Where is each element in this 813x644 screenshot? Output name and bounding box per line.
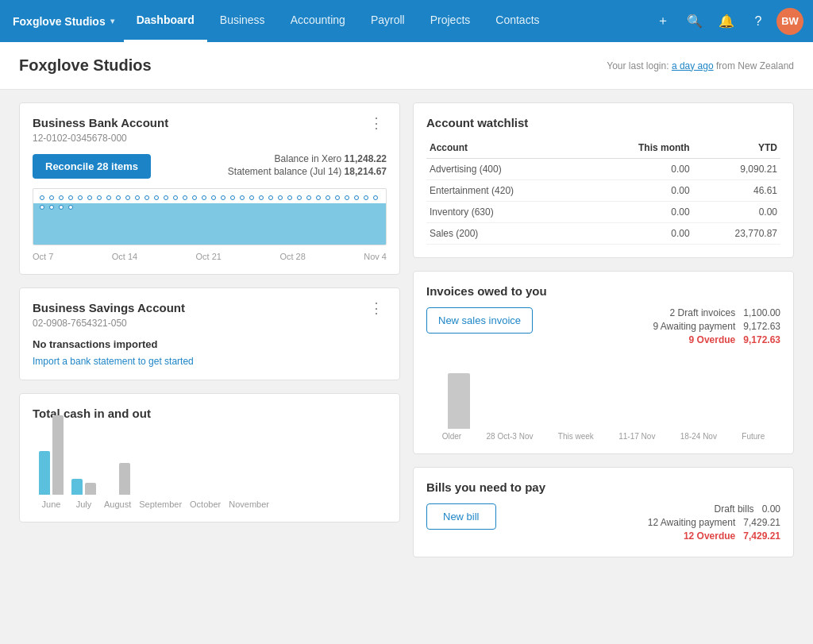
nav-item-projects[interactable]: Projects xyxy=(418,0,484,42)
bar-in-july xyxy=(71,479,83,495)
search-button[interactable]: 🔍 xyxy=(681,8,708,35)
chart-label-1: Oct 14 xyxy=(112,252,137,261)
cash-month-september: September xyxy=(139,495,182,509)
page-title: Foxglove Studios xyxy=(19,56,152,75)
bar-out-june xyxy=(52,415,64,495)
bank-chart xyxy=(33,188,387,245)
watchlist-cell-ytd: 46.61 xyxy=(693,180,780,202)
watchlist-title: Account watchlist xyxy=(426,116,780,129)
last-login-label: Your last login: xyxy=(607,60,669,71)
brand-chevron-icon: ▾ xyxy=(110,17,114,25)
nav-items: Dashboard Business Accounting Payroll Pr… xyxy=(124,0,649,42)
balance-label-text: Balance in Xero xyxy=(275,153,342,164)
bill-awaiting: 12 Awaiting payment 7,429.21 xyxy=(509,517,780,528)
nav-item-dashboard[interactable]: Dashboard xyxy=(124,0,207,42)
statement-value: 18,214.67 xyxy=(345,166,387,177)
cash-label-october: October xyxy=(190,499,221,509)
invoice-chart xyxy=(426,357,780,429)
reconcile-button[interactable]: Reconcile 28 items xyxy=(33,154,151,179)
watchlist-cell-this-month: 0.00 xyxy=(589,180,693,202)
chart-label-3: Oct 28 xyxy=(279,252,305,261)
watchlist-card: Account watchlist Account This month YTD… xyxy=(413,102,794,258)
bills-title: Bills you need to pay xyxy=(426,480,780,494)
bank-account-title: Business Bank Account xyxy=(33,116,168,129)
bank-account-card: Business Bank Account 12-0102-0345678-00… xyxy=(19,102,400,275)
inv-bar-0 xyxy=(448,373,470,429)
avatar-button[interactable]: BW xyxy=(776,8,803,35)
nav-item-accounting[interactable]: Accounting xyxy=(278,0,358,42)
bar-out-august xyxy=(119,463,130,495)
bill-draft: Draft bills 0.00 xyxy=(509,503,780,515)
watchlist-cell-account: Inventory (630) xyxy=(426,202,589,223)
last-login-time[interactable]: a day ago xyxy=(672,60,714,71)
inv-label-3: 11-17 Nov xyxy=(618,432,655,441)
bank-account-more-button[interactable]: ⋮ xyxy=(366,116,387,130)
bank-account-header: Business Bank Account 12-0102-0345678-00… xyxy=(33,116,387,153)
invoice-overdue: 9 Overdue 9,172.63 xyxy=(545,334,780,345)
nav-item-contacts[interactable]: Contacts xyxy=(483,0,552,42)
balance-value: 11,248.22 xyxy=(345,153,387,164)
right-column: Account watchlist Account This month YTD… xyxy=(413,102,794,557)
savings-account-header: Business Savings Account 02-0908-7654321… xyxy=(33,301,387,338)
watchlist-col-this-month: This month xyxy=(589,137,693,159)
watchlist-cell-account: Sales (200) xyxy=(426,223,589,245)
balance-info: Balance in Xero 11,248.22 Statement bala… xyxy=(228,153,387,179)
watchlist-cell-this-month: 0.00 xyxy=(589,223,693,245)
cash-label-september: September xyxy=(139,499,182,509)
help-button[interactable]: ? xyxy=(745,8,772,35)
watchlist-cell-this-month: 0.00 xyxy=(589,202,693,223)
bill-overdue: 12 Overdue 7,429.21 xyxy=(509,530,780,542)
new-bill-button[interactable]: New bill xyxy=(426,503,496,530)
main-content: Business Bank Account 12-0102-0345678-00… xyxy=(0,90,813,570)
brand-name: Foxglove Studios xyxy=(13,15,106,28)
bills-row: New bill Draft bills 0.00 12 Awaiting pa… xyxy=(426,503,780,544)
chart-dot xyxy=(40,195,44,200)
chart-x-labels: Oct 7 Oct 14 Oct 21 Oct 28 Nov 4 xyxy=(33,252,387,261)
add-button[interactable]: ＋ xyxy=(649,8,676,35)
cash-month-august: August xyxy=(104,463,131,509)
inv-label-4: 18-24 Nov xyxy=(680,432,717,441)
cash-label-june: June xyxy=(42,499,61,509)
last-login-location: from New Zealand xyxy=(716,60,794,71)
watchlist-cell-ytd: 9,090.21 xyxy=(693,159,780,180)
watchlist-header-row: Account This month YTD xyxy=(426,137,780,159)
brand-logo[interactable]: Foxglove Studios ▾ xyxy=(10,15,124,28)
savings-account-card: Business Savings Account 02-0908-7654321… xyxy=(19,287,400,380)
watchlist-col-ytd: YTD xyxy=(693,137,780,159)
balance-label: Balance in Xero 11,248.22 xyxy=(228,153,387,164)
notifications-button[interactable]: 🔔 xyxy=(713,8,740,35)
watchlist-cell-ytd: 0.00 xyxy=(693,202,780,223)
cash-chart: June July August xyxy=(33,430,387,509)
inv-label-0: Older xyxy=(442,432,461,441)
invoice-chart-labels: Older 28 Oct-3 Nov This week 11-17 Nov 1… xyxy=(426,432,780,441)
statement-label-text: Statement balance (Jul 14) xyxy=(228,166,341,177)
watchlist-col-account: Account xyxy=(426,137,589,159)
nav-item-business[interactable]: Business xyxy=(207,0,278,42)
chart-label-4: Nov 4 xyxy=(364,252,387,261)
no-transactions-text: No transactions imported xyxy=(33,338,387,350)
watchlist-row: Inventory (630) 0.00 0.00 xyxy=(426,202,780,223)
bar-out-july xyxy=(85,483,96,495)
left-column: Business Bank Account 12-0102-0345678-00… xyxy=(19,102,400,557)
cash-label-august: August xyxy=(104,499,131,509)
watchlist-cell-ytd: 23,770.87 xyxy=(693,223,780,245)
invoice-awaiting: 9 Awaiting payment 9,172.63 xyxy=(545,321,780,332)
savings-account-title: Business Savings Account xyxy=(33,301,185,314)
chart-label-2: Oct 21 xyxy=(196,252,222,261)
inv-label-5: Future xyxy=(742,432,765,441)
navbar: Foxglove Studios ▾ Dashboard Business Ac… xyxy=(0,0,813,42)
last-login: Your last login: a day ago from New Zeal… xyxy=(607,60,794,71)
new-invoice-button[interactable]: New sales invoice xyxy=(426,307,533,334)
watchlist-cell-account: Entertainment (420) xyxy=(426,180,589,202)
savings-account-number: 02-0908-7654321-050 xyxy=(33,318,185,329)
page-header: Foxglove Studios Your last login: a day … xyxy=(0,42,813,90)
inv-label-2: This week xyxy=(558,432,594,441)
import-bank-statement-link[interactable]: Import a bank statement to get started xyxy=(33,356,194,367)
invoices-card: Invoices owed to you New sales invoice 2… xyxy=(413,271,794,454)
inv-bar-col-0 xyxy=(430,373,487,429)
cash-label-november: November xyxy=(229,499,269,509)
nav-item-payroll[interactable]: Payroll xyxy=(358,0,418,42)
cash-label-july: July xyxy=(76,499,92,509)
savings-account-more-button[interactable]: ⋮ xyxy=(366,301,387,315)
cash-month-july: July xyxy=(71,479,96,509)
